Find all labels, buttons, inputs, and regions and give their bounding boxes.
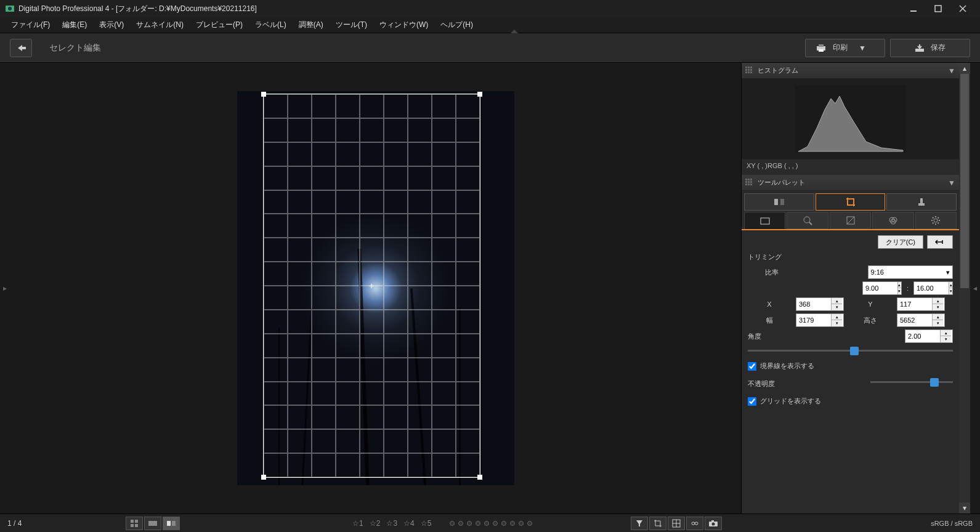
crop-status-icon[interactable]	[649, 517, 666, 530]
grid-status-icon[interactable]	[668, 517, 685, 530]
back-button[interactable]	[10, 39, 32, 57]
crop-handle-br[interactable]	[477, 475, 482, 480]
scroll-down-icon[interactable]: ▾	[959, 502, 970, 514]
svg-rect-9	[915, 49, 924, 52]
chevron-down-icon[interactable]: ▼	[948, 66, 955, 75]
height-input[interactable]: ▴▾	[897, 313, 945, 327]
print-button[interactable]: 印刷 ▼	[805, 39, 885, 57]
opacity-slider[interactable]	[870, 377, 954, 387]
save-button[interactable]: 保存	[890, 39, 970, 57]
svg-rect-34	[135, 524, 138, 527]
angle-input[interactable]: ▴▾	[905, 329, 953, 343]
ratio-h-input[interactable]: ▴▾	[913, 281, 953, 295]
tool-tab-settings[interactable]	[915, 212, 957, 229]
menu-thumbnail[interactable]: サムネイル(N)	[130, 17, 190, 33]
link-status-icon[interactable]	[686, 517, 703, 530]
svg-point-21	[934, 219, 937, 222]
tool-tab-stamp[interactable]	[886, 193, 957, 211]
ratio-w-input[interactable]: ▴▾	[862, 281, 902, 295]
tool-tab-color[interactable]	[872, 212, 913, 229]
star-3[interactable]: ☆3	[386, 519, 397, 528]
tool-tab-crop[interactable]	[816, 193, 886, 211]
minimize-button[interactable]	[901, 0, 926, 17]
menu-view[interactable]: 表示(V)	[93, 17, 130, 33]
crop-handle-tr[interactable]	[477, 92, 482, 97]
dot-2[interactable]	[458, 521, 463, 526]
mode-label: セレクト編集	[49, 42, 101, 54]
histogram-panel-header[interactable]: ヒストグラム ▼	[742, 63, 959, 79]
maximize-button[interactable]	[926, 0, 950, 17]
ratio-select[interactable]: 9:16 ▾	[868, 265, 954, 279]
width-input[interactable]: ▴▾	[796, 313, 844, 327]
svg-rect-11	[780, 199, 784, 205]
scroll-up-icon[interactable]: ▴	[959, 63, 970, 74]
dot-7[interactable]	[501, 521, 506, 526]
dot-1[interactable]	[450, 521, 455, 526]
menu-file[interactable]: ファイル(F)	[5, 17, 56, 33]
dot-8[interactable]	[510, 521, 515, 526]
dot-5[interactable]	[484, 521, 489, 526]
left-panel-toggle[interactable]: ▸	[0, 63, 10, 514]
crop-box[interactable]: +	[263, 94, 480, 478]
star-4[interactable]: ☆4	[403, 519, 415, 528]
x-input[interactable]: ▴▾	[796, 297, 844, 311]
menu-help[interactable]: ヘルプ(H)	[434, 17, 479, 33]
photo-preview[interactable]: +	[237, 91, 514, 485]
grip-icon	[745, 66, 754, 75]
width-label: 幅	[748, 316, 791, 325]
slider-thumb[interactable]	[930, 378, 939, 387]
view-split-icon[interactable]	[163, 517, 180, 530]
menu-label[interactable]: ラベル(L)	[249, 17, 293, 33]
svg-rect-12	[920, 198, 923, 203]
close-button[interactable]	[950, 0, 975, 17]
slider-thumb[interactable]	[850, 347, 859, 355]
reset-button[interactable]	[927, 235, 953, 249]
dot-10[interactable]	[527, 521, 532, 526]
panel-scrollbar[interactable]: ▴ ▾	[959, 63, 970, 514]
svg-line-27	[938, 223, 939, 224]
star-5[interactable]: ☆5	[421, 519, 432, 528]
svg-rect-36	[167, 521, 171, 526]
menu-adjust[interactable]: 調整(A)	[293, 17, 330, 33]
show-border-checkbox[interactable]	[748, 362, 756, 371]
right-panel-toggle[interactable]: ◂	[970, 63, 980, 514]
svg-rect-33	[131, 524, 134, 527]
canvas-area[interactable]: +	[10, 63, 741, 514]
tool-tab-lens[interactable]	[787, 212, 828, 229]
dot-3[interactable]	[467, 521, 472, 526]
view-modes	[126, 517, 180, 530]
tool-tab-basic[interactable]	[744, 212, 785, 229]
menu-preview[interactable]: プレビュー(P)	[190, 17, 249, 33]
crop-handle-tl[interactable]	[261, 92, 266, 97]
histogram-title: ヒストグラム	[758, 66, 948, 75]
trimming-label: トリミング	[748, 252, 953, 262]
show-grid-checkbox[interactable]	[748, 397, 756, 406]
opacity-label: 不透明度	[748, 379, 775, 389]
crop-handle-bl[interactable]	[261, 475, 266, 480]
star-1[interactable]: ☆1	[352, 519, 363, 528]
scroll-thumb[interactable]	[960, 74, 969, 288]
filter-icon[interactable]	[631, 517, 648, 530]
tool-tab-compare[interactable]	[744, 193, 814, 211]
view-grid-icon[interactable]	[126, 517, 143, 530]
menu-edit[interactable]: 編集(E)	[56, 17, 93, 33]
chevron-down-icon[interactable]: ▼	[948, 179, 955, 187]
tool-palette-title: ツールパレット	[758, 178, 948, 187]
menu-tool[interactable]: ツール(T)	[330, 17, 373, 33]
tool-palette-header[interactable]: ツールパレット ▼	[742, 175, 959, 191]
svg-line-26	[933, 217, 934, 219]
menu-window[interactable]: ウィンドウ(W)	[373, 17, 434, 33]
y-input[interactable]: ▴▾	[897, 297, 945, 311]
view-wide-icon[interactable]	[144, 517, 161, 530]
tool-tab-tone[interactable]	[830, 212, 871, 229]
dot-4[interactable]	[476, 521, 480, 526]
dot-9[interactable]	[519, 521, 524, 526]
angle-slider[interactable]	[748, 345, 953, 355]
app-icon	[5, 4, 15, 14]
title-bar: Digital Photo Professional 4 - [フォルダー: D…	[0, 0, 980, 17]
camera-status-icon[interactable]	[705, 517, 722, 530]
dot-6[interactable]	[493, 521, 498, 526]
clear-button[interactable]: クリア(C)	[878, 235, 923, 249]
star-2[interactable]: ☆2	[370, 519, 381, 528]
page-counter: 1 / 4	[7, 519, 118, 528]
